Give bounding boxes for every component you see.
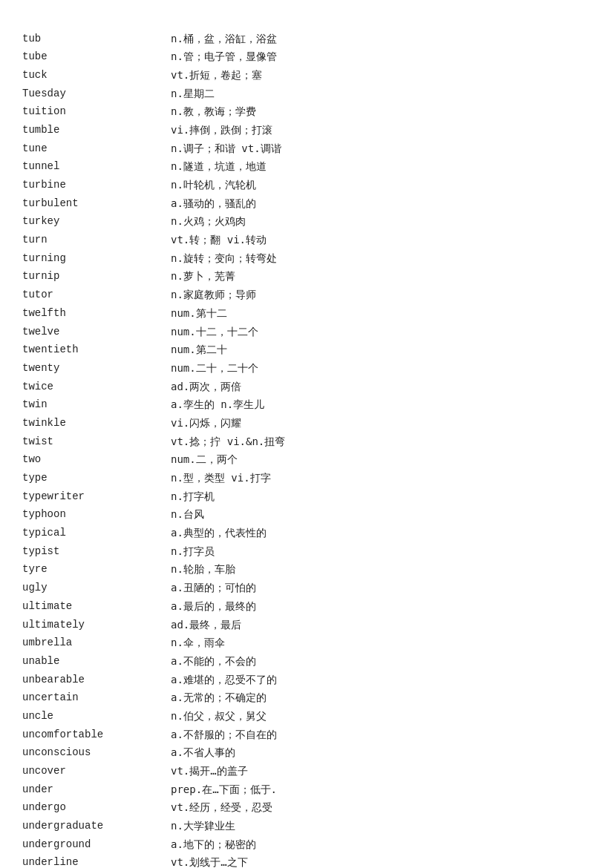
definition: n.隧道，坑道，地道	[171, 158, 592, 177]
word: tyre	[22, 561, 171, 579]
word: tutor	[22, 286, 171, 305]
definition: n.型，类型 vi.打字	[171, 470, 592, 488]
definition: a.不能的，不会的	[171, 652, 592, 671]
definition: n.打字机	[171, 487, 592, 506]
definition: num.十二，十二个	[171, 323, 592, 341]
list-item: undergraduaten.大学肄业生	[22, 818, 592, 836]
word: Tuesday	[22, 85, 171, 103]
list-item: umbrellan.伞，雨伞	[22, 634, 592, 653]
list-item: turbinen.叶轮机，汽轮机	[22, 177, 592, 195]
list-item: twinklevi.闪烁，闪耀	[22, 414, 592, 433]
definition: n.调子；和谐 vt.调谐	[171, 139, 592, 158]
definition: vt.揭开…的盖子	[171, 763, 592, 781]
dictionary-table: tubn.桶，盆，浴缸，浴盆tuben.管；电子管，显像管tuckvt.折短，卷…	[22, 30, 592, 868]
word: typewriter	[22, 487, 171, 506]
word: turning	[22, 249, 171, 268]
word: twentieth	[22, 341, 171, 360]
word: twenty	[22, 359, 171, 378]
word: ultimate	[22, 597, 171, 616]
definition: vt.转；翻 vi.转动	[171, 231, 592, 250]
definition: n.萝卜，芜菁	[171, 268, 592, 286]
word: twin	[22, 396, 171, 415]
list-item: uglya.丑陋的；可怕的	[22, 579, 592, 598]
definition: num.二，两个	[171, 451, 592, 470]
definition: num.二十，二十个	[171, 359, 592, 378]
definition: vt.经历，经受，忍受	[171, 799, 592, 818]
definition: vi.摔倒，跌倒；打滚	[171, 121, 592, 139]
list-item: turkey n.火鸡；火鸡肉	[22, 213, 592, 231]
word: twinkle	[22, 414, 171, 433]
list-item: type n.型，类型 vi.打字	[22, 470, 592, 488]
list-item: Tuesday n.星期二	[22, 85, 592, 103]
definition: a.不省人事的	[171, 744, 592, 763]
definition: n.家庭教师；导师	[171, 286, 592, 305]
list-item: tutorn.家庭教师；导师	[22, 286, 592, 305]
definition: a.最后的，最终的	[171, 597, 592, 616]
list-item: uncovervt.揭开…的盖子	[22, 763, 592, 781]
word: turkey	[22, 213, 171, 231]
word: tub	[22, 30, 171, 48]
word: typist	[22, 542, 171, 561]
list-item: twelve num.十二，十二个	[22, 323, 592, 341]
word: uncover	[22, 763, 171, 781]
definition: vt.划线于…之下	[171, 854, 592, 868]
list-item: tuition n.教，教诲；学费	[22, 103, 592, 122]
word: ultimately	[22, 616, 171, 634]
definition: prep.在…下面；低于.	[171, 780, 592, 799]
definition: n.桶，盆，浴缸，浴盆	[171, 30, 592, 48]
list-item: unablea.不能的，不会的	[22, 652, 592, 671]
word: tube	[22, 48, 171, 67]
definition: n.叶轮机，汽轮机	[171, 177, 592, 195]
word: under	[22, 780, 171, 799]
word: tuition	[22, 103, 171, 122]
definition: a.无常的；不确定的	[171, 689, 592, 708]
word: umbrella	[22, 634, 171, 653]
definition: ad.两次，两倍	[171, 378, 592, 396]
word: twist	[22, 433, 171, 451]
definition: num.第二十	[171, 341, 592, 360]
word: typhoon	[22, 506, 171, 525]
definition: a.孪生的 n.孪生儿	[171, 396, 592, 415]
word: uncertain	[22, 689, 171, 708]
list-item: undergrounda.地下的；秘密的	[22, 835, 592, 854]
list-item: tunen.调子；和谐 vt.调谐	[22, 139, 592, 158]
word: unable	[22, 652, 171, 671]
list-item: twina.孪生的 n.孪生儿	[22, 396, 592, 415]
list-item: turnipn.萝卜，芜菁	[22, 268, 592, 286]
word: turn	[22, 231, 171, 250]
word: uncle	[22, 707, 171, 726]
list-item: unclen.伯父，叔父，舅父	[22, 707, 592, 726]
word: twice	[22, 378, 171, 396]
list-item: ultimatelyad.最终，最后	[22, 616, 592, 634]
definition: n.火鸡；火鸡肉	[171, 213, 592, 231]
word: tune	[22, 139, 171, 158]
definition: a.难堪的，忍受不了的	[171, 671, 592, 689]
definition: a.不舒服的；不自在的	[171, 726, 592, 744]
list-item: uncertaina.无常的；不确定的	[22, 689, 592, 708]
list-item: tumblevi.摔倒，跌倒；打滚	[22, 121, 592, 139]
word: twelve	[22, 323, 171, 341]
definition: n.伞，雨伞	[171, 634, 592, 653]
word: underline	[22, 854, 171, 868]
list-item: turnvt.转；翻 vi.转动	[22, 231, 592, 250]
list-item: typistn.打字员	[22, 542, 592, 561]
list-item: tuben.管；电子管，显像管	[22, 48, 592, 67]
word: tumble	[22, 121, 171, 139]
definition: n.旋转；变向；转弯处	[171, 249, 592, 268]
word: type	[22, 470, 171, 488]
definition: num.第十二	[171, 304, 592, 323]
definition: n.伯父，叔父，舅父	[171, 707, 592, 726]
list-item: twonum.二，两个	[22, 451, 592, 470]
definition: a.地下的；秘密的	[171, 835, 592, 854]
list-item: tubn.桶，盆，浴缸，浴盆	[22, 30, 592, 48]
list-item: twelfthnum.第十二	[22, 304, 592, 323]
list-item: twicead.两次，两倍	[22, 378, 592, 396]
word: unconscious	[22, 744, 171, 763]
list-item: turbulenta.骚动的，骚乱的	[22, 194, 592, 213]
list-item: unconsciousa.不省人事的	[22, 744, 592, 763]
list-item: turningn.旋转；变向；转弯处	[22, 249, 592, 268]
list-item: under prep.在…下面；低于.	[22, 780, 592, 799]
definition: n.打字员	[171, 542, 592, 561]
list-item: uncomfortablea.不舒服的；不自在的	[22, 726, 592, 744]
definition: n.大学肄业生	[171, 818, 592, 836]
